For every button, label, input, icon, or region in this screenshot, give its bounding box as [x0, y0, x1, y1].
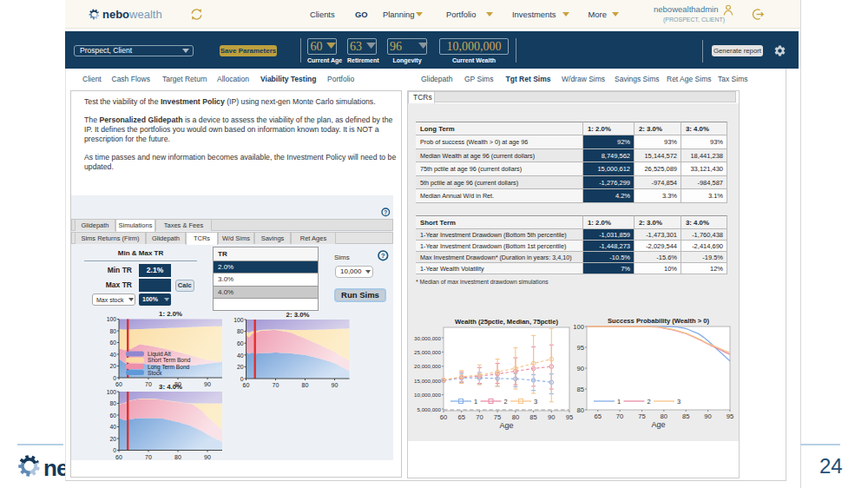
svg-text:90: 90	[704, 412, 711, 420]
svg-text:90: 90	[548, 413, 555, 421]
svg-text:100: 100	[573, 323, 584, 331]
svg-text:90: 90	[577, 365, 584, 373]
svg-text:2: 2	[648, 398, 651, 406]
svg-text:80: 80	[661, 412, 667, 420]
svg-text:65: 65	[457, 413, 464, 421]
svg-text:15,000,000: 15,000,000	[414, 378, 442, 384]
svg-text:1: 1	[474, 398, 477, 406]
svg-text:75: 75	[494, 413, 501, 421]
svg-text:30,000,000: 30,000,000	[414, 335, 442, 341]
svg-text:80: 80	[512, 413, 519, 421]
svg-text:Success Probability (Wealth >: Success Probability (Wealth > 0)	[608, 317, 709, 325]
svg-text:80: 80	[577, 406, 584, 414]
svg-text:95: 95	[727, 412, 733, 420]
svg-text:85: 85	[529, 413, 536, 421]
svg-text:5,000,000: 5,000,000	[417, 406, 441, 412]
svg-text:85: 85	[577, 386, 584, 393]
svg-text:Wealth (25pctle, Median, 75pct: Wealth (25pctle, Median, 75pctle)	[455, 318, 558, 326]
svg-text:Age: Age	[499, 421, 513, 430]
svg-text:70: 70	[616, 412, 623, 420]
svg-text:Age: Age	[651, 420, 665, 429]
svg-text:65: 65	[594, 412, 601, 420]
svg-text:2: 2	[504, 398, 508, 406]
svg-text:95: 95	[566, 413, 573, 421]
svg-text:70: 70	[476, 413, 483, 421]
svg-text:3: 3	[677, 398, 681, 406]
svg-text:10,000,000: 10,000,000	[414, 392, 442, 398]
svg-text:25,000,000: 25,000,000	[414, 349, 442, 355]
svg-text:1: 1	[617, 398, 621, 406]
svg-text:75: 75	[638, 412, 645, 420]
svg-text:3: 3	[534, 398, 537, 406]
svg-text:60: 60	[440, 413, 447, 421]
svg-text:85: 85	[682, 412, 689, 420]
svg-text:95: 95	[577, 344, 584, 352]
svg-text:20,000,000: 20,000,000	[414, 363, 442, 369]
